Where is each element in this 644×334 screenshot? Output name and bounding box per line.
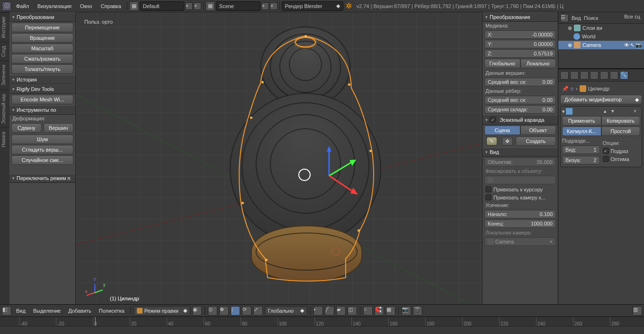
mode-dropdown[interactable]: Режим правки◆ bbox=[134, 306, 190, 316]
catmull-tab[interactable]: Катмулл-К... bbox=[562, 126, 601, 136]
snap-target-icon[interactable]: ▦ bbox=[386, 306, 395, 316]
view-subdiv-field[interactable]: Вид:1 bbox=[562, 145, 600, 154]
manipulator-icon[interactable]: ✥ bbox=[219, 306, 229, 316]
clip-start-field[interactable]: Начало:0.100 bbox=[484, 210, 556, 218]
prop-tab-layers[interactable] bbox=[570, 71, 579, 80]
gp-color-icon[interactable]: ✎ bbox=[486, 137, 497, 145]
median-x-field[interactable]: X:-0.00000 bbox=[484, 30, 556, 39]
mod-view-icon[interactable] bbox=[581, 108, 588, 115]
mod-delete-icon[interactable]: × bbox=[634, 108, 640, 115]
copy-button[interactable]: Копировать bbox=[601, 116, 641, 126]
vertex-weight-field[interactable]: Средний вес ск:0.00 bbox=[484, 78, 556, 86]
shrink-button[interactable]: Сжать/разжать bbox=[11, 54, 73, 63]
3d-viewport[interactable]: z y x Польз. орто (1) Цилиндр bbox=[76, 12, 482, 304]
editor-type-icon[interactable]: ⓘ bbox=[2, 1, 11, 11]
tab-shading[interactable]: Затенени bbox=[0, 61, 9, 90]
vp-menu-select[interactable]: Выделение bbox=[30, 308, 63, 314]
space-toggle[interactable]: ГлобальноЛокально bbox=[484, 59, 556, 68]
gp-add-icon[interactable]: ✥ bbox=[502, 137, 513, 145]
outliner-menu-search[interactable]: Поиск bbox=[584, 15, 598, 21]
rigify-header[interactable]: Rigify Dev Tools bbox=[9, 84, 75, 94]
editor-type-3dview-icon[interactable]: ◧ bbox=[2, 306, 11, 316]
menu-file[interactable]: Файл bbox=[12, 3, 33, 9]
mesh-tools-header[interactable]: Инструменты по bbox=[9, 105, 75, 115]
lock-cursor-checkbox[interactable]: Привязать к курсору bbox=[483, 185, 558, 193]
tab-navigate[interactable]: Навига bbox=[0, 127, 9, 151]
scale-button[interactable]: Масштаб bbox=[11, 44, 73, 53]
render-subdiv-field[interactable]: Визуа:2 bbox=[562, 156, 600, 164]
opengl-render-icon[interactable]: 📷 bbox=[402, 306, 411, 316]
mod-render-icon[interactable] bbox=[573, 108, 580, 115]
scene-del[interactable]: × bbox=[270, 2, 277, 10]
prop-tab-modifiers[interactable]: 🔧 bbox=[620, 71, 628, 80]
timeline-ruler[interactable]: -40-200204060801001201401601802002202402… bbox=[0, 317, 644, 326]
layout-del[interactable]: × bbox=[194, 2, 201, 10]
eye-icon[interactable]: 👁 bbox=[624, 42, 629, 48]
switch-header[interactable]: Переключить режим п bbox=[9, 173, 75, 183]
outliner-filter-dropdown[interactable]: Все сц bbox=[622, 14, 642, 22]
tab-create[interactable]: Созд bbox=[0, 42, 9, 61]
median-y-field[interactable]: Y:0.00000 bbox=[484, 40, 556, 48]
menu-help[interactable]: Справка bbox=[97, 3, 125, 9]
mod-cage-icon[interactable] bbox=[596, 108, 603, 115]
edge-select-icon[interactable]: ╱ bbox=[325, 306, 334, 316]
slide-button[interactable]: Сдвину bbox=[11, 123, 42, 133]
face-select-icon[interactable]: ▰ bbox=[336, 306, 346, 316]
cursor-icon[interactable]: ↖ bbox=[630, 42, 635, 48]
vp-menu-add[interactable]: Добавить bbox=[65, 308, 94, 314]
layout-add[interactable]: + bbox=[185, 2, 193, 10]
link-icon[interactable]: ⎋ bbox=[571, 86, 574, 91]
shading-icon[interactable]: ◉ bbox=[192, 306, 202, 316]
median-z-field[interactable]: Z:0.57519 bbox=[484, 49, 556, 58]
layout-dropdown[interactable]: Default bbox=[140, 1, 184, 11]
n-view-header[interactable]: Вид bbox=[483, 147, 558, 157]
clip-end-field[interactable]: Конец:1000.000 bbox=[484, 219, 556, 228]
lock-camera-checkbox[interactable]: Привязать камеру к... bbox=[483, 193, 558, 201]
lens-field[interactable]: Объектив:35.000 bbox=[484, 158, 556, 166]
pivot-icon[interactable]: ⊙ bbox=[208, 306, 217, 316]
prop-tab-world[interactable] bbox=[590, 71, 599, 80]
noise-button[interactable]: Шум bbox=[11, 135, 73, 144]
encode-mesh-button[interactable]: Encode Mesh Wi... bbox=[11, 95, 73, 104]
edge-weight-field[interactable]: Средний вес ск:0.00 bbox=[484, 96, 556, 104]
scene-browse-icon[interactable]: ▦ bbox=[206, 1, 215, 11]
camera-icon[interactable]: 📷 bbox=[635, 42, 642, 48]
limit-select-icon[interactable]: ◫ bbox=[348, 306, 357, 316]
crease-field[interactable]: Средняя складк:0.00 bbox=[484, 105, 556, 114]
transform-header[interactable]: Преобразовани bbox=[9, 12, 75, 22]
optimal-display-checkbox[interactable]: Оптима bbox=[603, 155, 641, 163]
outliner-row-world[interactable]: World bbox=[558, 32, 644, 41]
opengl-anim-icon[interactable]: 🎬 bbox=[413, 306, 422, 316]
smooth-button[interactable]: Сгладить верш... bbox=[11, 145, 73, 154]
manip-translate-icon[interactable]: ↕ bbox=[231, 306, 240, 316]
gp-source-toggle[interactable]: СценаОбъект bbox=[484, 126, 556, 135]
local-camera-field[interactable]: Camera× bbox=[484, 237, 556, 246]
translate-button[interactable]: Перемещение bbox=[11, 23, 73, 32]
tab-tools[interactable]: Инструме bbox=[0, 12, 9, 42]
manip-scale-icon[interactable]: ⤢ bbox=[253, 306, 263, 316]
lockto-field[interactable] bbox=[484, 176, 556, 184]
prop-tab-render[interactable] bbox=[560, 71, 569, 80]
mod-down-icon[interactable]: ▾ bbox=[611, 108, 618, 115]
subdivide-uv-checkbox[interactable]: ✓Подраз bbox=[603, 147, 641, 155]
prop-tab-scene[interactable] bbox=[580, 71, 589, 80]
scene-add[interactable]: + bbox=[261, 2, 269, 10]
outliner-row-layers[interactable]: ⊕Слои ви bbox=[558, 24, 644, 32]
prop-tab-object[interactable] bbox=[600, 71, 608, 80]
vp-menu-view[interactable]: Вид bbox=[13, 308, 28, 314]
screen-browse-icon[interactable]: ▦ bbox=[129, 1, 139, 11]
apply-button[interactable]: Применить bbox=[562, 116, 601, 126]
mod-up-icon[interactable]: ▴ bbox=[604, 108, 610, 115]
gp-create-button[interactable]: Создать bbox=[516, 136, 556, 146]
tab-grease[interactable]: Эскизный кар bbox=[0, 90, 9, 128]
props-editor-corner-icon[interactable]: ▥ bbox=[633, 306, 642, 316]
pin-icon[interactable]: 📌 bbox=[562, 86, 569, 92]
vp-menu-mesh[interactable]: Полисетка bbox=[96, 308, 127, 314]
simple-tab[interactable]: Простой bbox=[601, 126, 641, 136]
manip-rotate-icon[interactable]: ⟳ bbox=[242, 306, 251, 316]
push-button[interactable]: Толкать/тянуть bbox=[11, 64, 73, 74]
rotate-button[interactable]: Вращение bbox=[11, 33, 73, 43]
render-engine-dropdown[interactable]: Рендер Blender◆ bbox=[282, 1, 343, 11]
outliner-menu-view[interactable]: Вид bbox=[572, 15, 581, 21]
menu-window[interactable]: Окно bbox=[76, 3, 96, 9]
